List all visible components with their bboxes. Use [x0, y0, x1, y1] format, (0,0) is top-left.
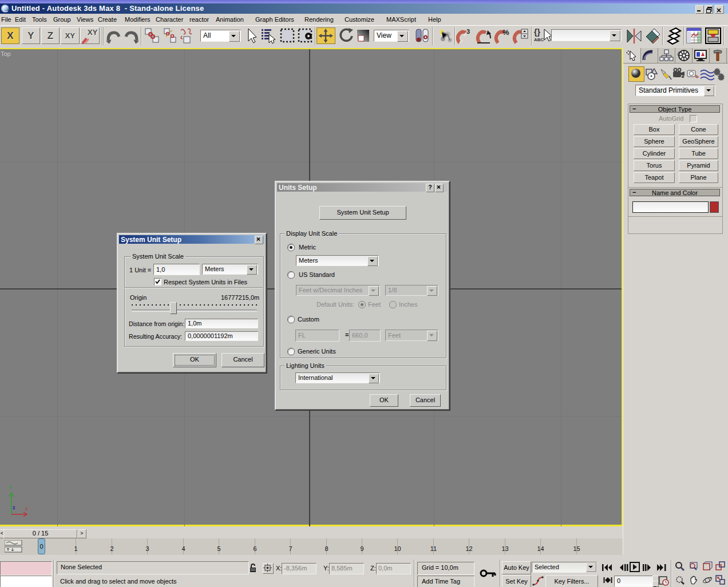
svg-text:x: x	[25, 506, 28, 511]
svg-text:3: 3	[466, 28, 470, 35]
svg-text:%: %	[503, 28, 509, 37]
svg-text:y: y	[9, 484, 12, 490]
svg-text:z: z	[13, 505, 15, 510]
